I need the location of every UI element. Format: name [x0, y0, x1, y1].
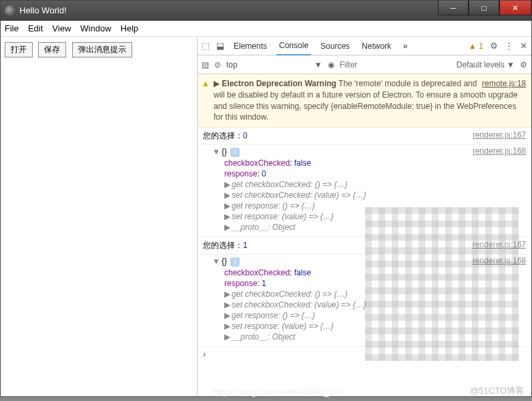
tab-elements[interactable]: Elements: [231, 37, 270, 55]
device-icon[interactable]: ⬓: [216, 41, 224, 51]
prop-value: false: [294, 158, 311, 168]
devtools-panel: ⬚ ⬓ Elements Console Sources Network » ▲…: [197, 37, 531, 396]
console-body: ▲ remote.js:18 ▶ Electron Deprecation Wa…: [198, 74, 531, 396]
console-settings-icon[interactable]: ⚙: [520, 60, 527, 70]
getter-line[interactable]: set checkboxChecked: (value) => {…}: [232, 300, 366, 309]
info-icon[interactable]: i: [230, 148, 240, 157]
eye-icon[interactable]: ◉: [328, 60, 334, 70]
app-icon: [5, 5, 15, 16]
getter-line[interactable]: set checkboxChecked: (value) => {…}: [232, 190, 366, 200]
menu-view[interactable]: View: [52, 23, 71, 33]
console-toolbar: ▤ ⊘ top ▼ ◉ Default levels ▼ ⚙: [198, 55, 531, 74]
console-prompt[interactable]: ›: [198, 347, 531, 362]
log-source[interactable]: renderer.js:167: [473, 240, 526, 251]
getter-line[interactable]: get checkboxChecked: () => {…}: [232, 289, 347, 299]
proto-line[interactable]: __proto__: Object: [232, 223, 295, 232]
window-title: Hello World!: [19, 5, 67, 15]
log-source[interactable]: renderer.js:167: [473, 130, 526, 142]
inspect-icon[interactable]: ⬚: [202, 41, 210, 51]
log-levels[interactable]: Default levels ▼: [457, 60, 515, 70]
watermark: @51CTO博客: [470, 385, 524, 397]
prop-value: 0: [262, 169, 266, 178]
titlebar: Hello World! ─ □ ✕: [1, 1, 531, 21]
getter-line[interactable]: set response: (value) => {…}: [232, 212, 334, 221]
minimize-button[interactable]: ─: [438, 1, 469, 15]
object-source[interactable]: renderer.js:168: [473, 146, 526, 156]
warning-source[interactable]: remote.js:18: [482, 78, 526, 90]
info-icon[interactable]: i: [230, 257, 240, 267]
deprecation-warning: ▲ remote.js:18 ▶ Electron Deprecation Wa…: [198, 74, 531, 128]
menu-window[interactable]: Window: [80, 23, 111, 33]
clear-console-icon[interactable]: ⊘: [214, 60, 221, 70]
sidebar-toggle-icon[interactable]: ▤: [202, 60, 209, 70]
app-content: 打开 保存 弹出消息提示: [1, 37, 197, 396]
warn-icon: ▲: [202, 78, 210, 90]
getter-line[interactable]: get response: () => {…}: [232, 311, 315, 320]
faded-url: https://blog.csdn.net/BADAO_LIU: [214, 387, 342, 397]
log-value: 0: [243, 131, 248, 140]
getter-line[interactable]: set response: (value) => {…}: [232, 321, 334, 331]
log-value: 1: [243, 241, 248, 250]
close-button[interactable]: ✕: [499, 1, 531, 15]
open-button[interactable]: 打开: [5, 42, 33, 57]
object-source[interactable]: renderer.js:168: [473, 256, 526, 265]
settings-icon[interactable]: ⚙: [490, 41, 498, 51]
log-line: 您的选择：1 renderer.js:167: [198, 237, 531, 255]
warn-count[interactable]: ▲ 1: [469, 41, 483, 51]
getter-line[interactable]: get checkboxChecked: () => {…}: [232, 180, 347, 189]
kebab-icon[interactable]: ⋮: [505, 41, 513, 51]
dropdown-icon[interactable]: ▼: [314, 60, 322, 70]
context-selector[interactable]: top: [226, 60, 238, 70]
menu-help[interactable]: Help: [121, 23, 139, 33]
menu-edit[interactable]: Edit: [28, 23, 43, 33]
popup-button[interactable]: 弹出消息提示: [72, 42, 132, 57]
tab-sources[interactable]: Sources: [318, 37, 352, 55]
tabs-more[interactable]: »: [401, 37, 411, 55]
tab-console[interactable]: Console: [276, 37, 311, 55]
app-window: Hello World! ─ □ ✕ File Edit View Window…: [0, 0, 532, 397]
save-button[interactable]: 保存: [38, 42, 66, 57]
devtools-close-icon[interactable]: ✕: [520, 41, 527, 51]
object-block: renderer.js:168 ▼{} i checkboxChecked: f…: [198, 255, 531, 347]
menubar: File Edit View Window Help: [1, 21, 531, 37]
menu-file[interactable]: File: [5, 23, 19, 33]
maximize-button[interactable]: □: [469, 1, 499, 15]
getter-line[interactable]: get response: () => {…}: [232, 201, 315, 211]
tab-network[interactable]: Network: [359, 37, 394, 55]
log-text: 您的选择：: [203, 241, 243, 250]
filter-input[interactable]: [340, 60, 380, 70]
prop-value: 1: [262, 279, 266, 288]
proto-line[interactable]: __proto__: Object: [232, 332, 295, 342]
object-block: renderer.js:168 ▼{} i checkboxChecked: f…: [198, 145, 531, 237]
warning-title: Electron Deprecation Warning: [222, 79, 336, 88]
log-text: 您的选择：: [203, 131, 243, 140]
prop-value: false: [294, 268, 311, 277]
devtools-tabs: ⬚ ⬓ Elements Console Sources Network » ▲…: [198, 37, 531, 55]
log-line: 您的选择：0 renderer.js:167: [198, 128, 531, 145]
